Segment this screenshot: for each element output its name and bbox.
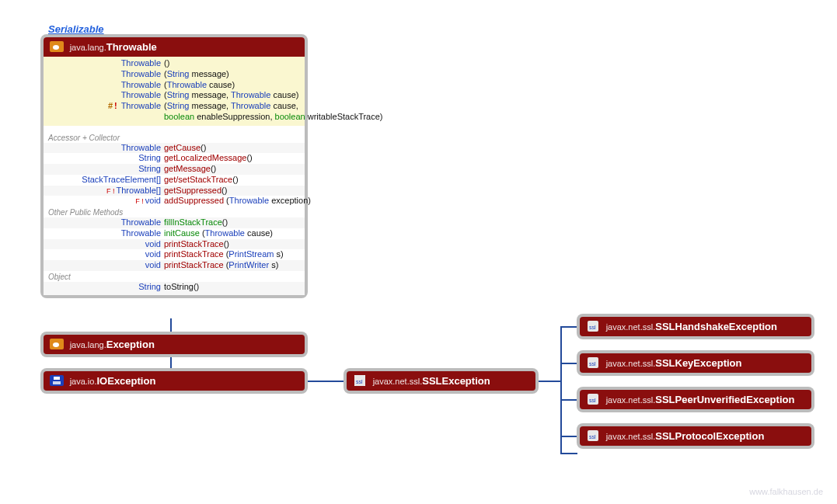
- svg-point-1: [53, 45, 59, 50]
- class-sslexception[interactable]: ssl javax.net.ssl.SSLException: [344, 368, 539, 394]
- conn-exception-ioexception: [170, 356, 172, 368]
- svg-rect-5: [54, 377, 60, 380]
- doc-icon: ssl: [586, 394, 600, 405]
- doc-icon: ssl: [586, 430, 600, 441]
- cup-icon: [50, 339, 64, 349]
- class-throwable: java.lang.Throwable Throwable() Throwabl…: [40, 34, 308, 298]
- conn-br-2: [560, 363, 577, 364]
- conn-br-5: [560, 453, 577, 454]
- svg-text:ssl: ssl: [589, 361, 596, 367]
- cup-icon: [50, 41, 64, 52]
- svg-rect-6: [53, 381, 61, 384]
- constructors-section: Throwable() Throwable(String message) Th…: [44, 57, 305, 126]
- disk-icon: [50, 375, 64, 386]
- class-ioexception[interactable]: java.io.IOException: [40, 368, 308, 394]
- class-sslkey[interactable]: ssl javax.net.ssl.SSLKeyException: [577, 350, 814, 376]
- conn-br-1: [560, 326, 577, 328]
- conn-throwable-exception: [170, 318, 172, 332]
- watermark: www.falkhausen.de: [749, 487, 823, 496]
- doc-icon: ssl: [586, 357, 600, 368]
- conn-br-3: [560, 399, 577, 401]
- svg-text:ssl: ssl: [356, 379, 363, 384]
- class-exception[interactable]: java.lang.Exception: [40, 332, 308, 357]
- throwable-header[interactable]: java.lang.Throwable: [44, 37, 305, 57]
- section-accessor: Accessor + Collector: [44, 132, 305, 143]
- section-object: Object: [44, 271, 305, 282]
- class-sslpeer[interactable]: ssl javax.net.ssl.SSLPeerUnverifiedExcep…: [577, 387, 814, 412]
- class-sslprotocol[interactable]: ssl javax.net.ssl.SSLProtocolException: [577, 423, 814, 449]
- svg-text:ssl: ssl: [589, 398, 596, 403]
- conn-br-4: [560, 436, 577, 437]
- doc-icon: ssl: [353, 375, 367, 386]
- serializable-link[interactable]: Serializable: [48, 23, 104, 35]
- conn-io-ssl: [302, 381, 344, 382]
- class-sslhandshake[interactable]: ssl javax.net.ssl.SSLHandshakeException: [577, 314, 814, 339]
- svg-text:ssl: ssl: [589, 325, 596, 330]
- svg-point-3: [53, 342, 59, 347]
- doc-icon: ssl: [586, 321, 600, 332]
- section-public: Other Public Methods: [44, 207, 305, 217]
- svg-text:ssl: ssl: [589, 434, 596, 440]
